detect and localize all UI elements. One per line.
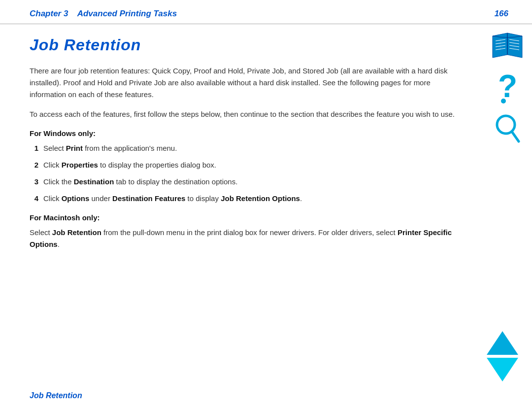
step-1: 1 Select Print from the application's me… xyxy=(30,142,459,154)
windows-section-label: For Windows only: xyxy=(30,129,459,137)
step-4: 4 Click Options under Destination Featur… xyxy=(30,193,459,205)
step-3-bold: Destination xyxy=(74,177,114,186)
step-4-bold1: Options xyxy=(62,194,90,203)
arrow-up-icon[interactable] xyxy=(487,331,518,355)
svg-text:?: ? xyxy=(498,70,517,104)
step-2-text: Click Properties to display the properti… xyxy=(43,159,459,171)
header-chapter: Chapter 3 Advanced Printing Tasks xyxy=(30,9,177,19)
bottom-navigation-icons[interactable] xyxy=(487,331,518,381)
page-header: Chapter 3 Advanced Printing Tasks 166 xyxy=(0,0,532,24)
step-2-num: 2 xyxy=(30,159,38,171)
chapter-title: Advanced Printing Tasks xyxy=(77,9,177,18)
step-1-text: Select Print from the application's menu… xyxy=(43,142,459,154)
intro-paragraph-2: To access each of the features, first fo… xyxy=(30,108,459,120)
page-title: Job Retention xyxy=(30,36,459,54)
step-4-num: 4 xyxy=(30,193,38,205)
mac-bold1: Job Retention xyxy=(52,228,101,237)
header-page-number: 166 xyxy=(495,9,508,19)
arrow-down-icon[interactable] xyxy=(487,358,518,381)
step-1-num: 1 xyxy=(30,142,38,154)
svg-point-9 xyxy=(501,99,506,103)
page-container: Chapter 3 Advanced Printing Tasks 166 Jo… xyxy=(0,0,532,411)
sidebar-icons: ? xyxy=(483,24,532,273)
question-icon: ? xyxy=(494,70,521,104)
magnifier-icon xyxy=(493,113,522,147)
step-4-bold3: Job Retention Options xyxy=(221,194,300,203)
main-content: Job Retention There are four job retenti… xyxy=(0,24,532,273)
step-1-bold: Print xyxy=(66,144,83,152)
step-2: 2 Click Properties to display the proper… xyxy=(30,159,459,171)
intro-paragraph-1: There are four job retention features: Q… xyxy=(30,65,459,101)
text-area: Job Retention There are four job retenti… xyxy=(0,24,483,273)
step-3-num: 3 xyxy=(30,176,38,188)
step-2-bold: Properties xyxy=(62,161,98,169)
step-4-text: Click Options under Destination Features… xyxy=(43,193,459,205)
step-4-bold2: Destination Features xyxy=(112,194,185,203)
mac-section-label: For Macintosh only: xyxy=(30,213,459,222)
book-icon xyxy=(491,32,524,62)
mac-text: Select Job Retention from the pull-down … xyxy=(30,227,459,250)
chapter-word: Chapter 3 xyxy=(30,9,68,18)
step-3-text: Click the Destination tab to display the… xyxy=(43,176,459,188)
svg-line-11 xyxy=(512,132,519,141)
step-3: 3 Click the Destination tab to display t… xyxy=(30,176,459,188)
footer-label: Job Retention xyxy=(30,391,82,400)
